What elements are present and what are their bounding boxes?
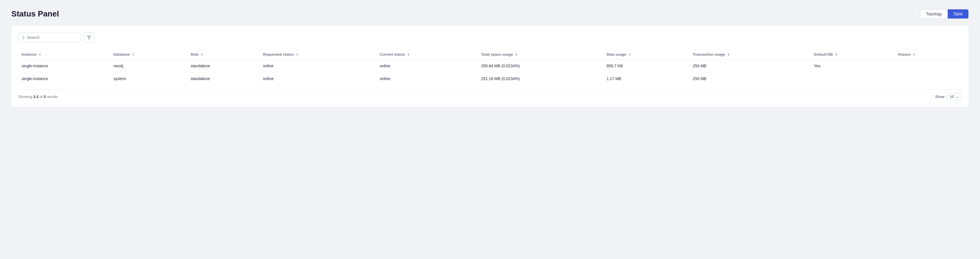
view-toggle: Topology Table — [920, 9, 969, 19]
cell-transaction_usage-1: 250 MB — [689, 72, 810, 85]
col-default-db[interactable]: Default DB ⇕ — [811, 50, 895, 60]
page-header: Status Panel Topology Table — [11, 9, 969, 19]
col-data-usage[interactable]: Data usage ⇕ — [603, 50, 689, 60]
cell-role-0: standalone — [187, 60, 259, 72]
col-default-db-label: Default DB — [814, 52, 833, 56]
col-requested-status-sort-icon: ⇕ — [296, 53, 299, 56]
search-wrapper: ⚲ — [18, 33, 81, 42]
col-instance-label: Instance — [22, 52, 37, 56]
cell-data_usage-0: 856.7 KB — [603, 60, 689, 72]
cell-default_db-1 — [811, 72, 895, 85]
col-current-status[interactable]: Current status ⇕ — [376, 50, 477, 60]
col-current-status-label: Current status — [380, 52, 405, 56]
table-header: Instance ⇕ Database ⇧ Role ⇕ Requested s… — [18, 50, 962, 60]
cell-aliases-0 — [894, 60, 962, 72]
col-aliases-label: Aliases — [898, 52, 911, 56]
cell-instance-1: single-instance — [18, 72, 110, 85]
per-page-select[interactable]: 10 ⌄ — [947, 93, 962, 100]
filter-icon — [87, 35, 91, 40]
chevron-down-icon: ⌄ — [956, 94, 959, 99]
col-role-sort-icon: ⇕ — [200, 53, 203, 56]
table-row: single-instanceneo4jstandaloneonlineonli… — [18, 60, 962, 72]
col-total-space-usage[interactable]: Total space usage ⇕ — [478, 50, 603, 60]
col-requested-status-label: Requested status — [263, 52, 294, 56]
col-aliases-sort-icon: ⇕ — [913, 53, 915, 56]
cell-requested_status-1: online — [259, 72, 376, 85]
showing-text: Showing 1-2 of 2 results — [18, 94, 58, 99]
col-data-usage-label: Data usage — [607, 52, 626, 56]
per-page-value: 10 — [950, 94, 954, 99]
toolbar: ⚲ — [18, 32, 962, 43]
cell-aliases-1 — [894, 72, 962, 85]
search-icon: ⚲ — [22, 35, 25, 40]
status-table: Instance ⇕ Database ⇧ Role ⇕ Requested s… — [18, 50, 962, 85]
content-panel: ⚲ Instance ⇕ Database ⇧ Role ⇕ — [11, 26, 969, 107]
col-database-label: Database — [113, 52, 130, 56]
cell-transaction_usage-0: 250 MB — [689, 60, 810, 72]
showing-count: 2 — [44, 94, 46, 99]
page-title: Status Panel — [11, 10, 59, 18]
col-total-space-usage-label: Total space usage — [481, 52, 513, 56]
show-label: Show — [935, 94, 945, 99]
col-default-db-sort-icon: ⇕ — [835, 53, 838, 56]
col-instance-sort-icon: ⇕ — [38, 53, 41, 56]
topology-button[interactable]: Topology — [920, 10, 947, 18]
table-footer: Showing 1-2 of 2 results Show 10 ⌄ — [18, 90, 962, 100]
cell-current_status-1: online — [376, 72, 477, 85]
cell-default_db-0: Yes — [811, 60, 895, 72]
cell-total_space_usage-0: 250.84 MB (0.0234%) — [478, 60, 603, 72]
filter-button[interactable] — [84, 32, 94, 43]
cell-total_space_usage-1: 251.18 MB (0.0234%) — [478, 72, 603, 85]
col-aliases[interactable]: Aliases ⇕ — [894, 50, 962, 60]
cell-role-1: standalone — [187, 72, 259, 85]
col-transaction-usage-label: Transaction usage — [693, 52, 725, 56]
col-transaction-usage[interactable]: Transaction usage ⇕ — [689, 50, 810, 60]
cell-instance-0: single-instance — [18, 60, 110, 72]
col-transaction-usage-sort-icon: ⇕ — [727, 53, 730, 56]
cell-database-0: neo4j — [110, 60, 187, 72]
col-current-status-sort-icon: ⇕ — [407, 53, 410, 56]
cell-current_status-0: online — [376, 60, 477, 72]
col-total-space-usage-sort-icon: ⇕ — [515, 53, 517, 56]
col-role[interactable]: Role ⇕ — [187, 50, 259, 60]
col-instance[interactable]: Instance ⇕ — [18, 50, 110, 60]
showing-range: 1-2 — [33, 94, 38, 99]
col-database-sort-icon: ⇧ — [132, 53, 135, 56]
table-body: single-instanceneo4jstandaloneonlineonli… — [18, 60, 962, 85]
search-input[interactable] — [27, 35, 77, 40]
col-database[interactable]: Database ⇧ — [110, 50, 187, 60]
col-role-label: Role — [191, 52, 199, 56]
table-button[interactable]: Table — [948, 10, 968, 18]
col-requested-status[interactable]: Requested status ⇕ — [259, 50, 376, 60]
show-control: Show 10 ⌄ — [935, 93, 962, 100]
table-row: single-instancesystemstandaloneonlineonl… — [18, 72, 962, 85]
cell-database-1: system — [110, 72, 187, 85]
col-data-usage-sort-icon: ⇕ — [628, 53, 631, 56]
cell-requested_status-0: online — [259, 60, 376, 72]
cell-data_usage-1: 1.17 MB — [603, 72, 689, 85]
